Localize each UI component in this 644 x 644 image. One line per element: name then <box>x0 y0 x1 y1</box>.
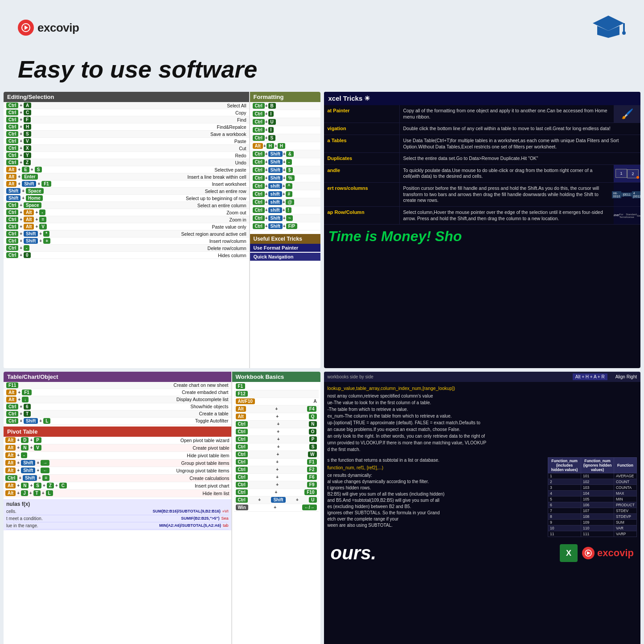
action: Create embaded chart <box>182 390 228 395</box>
quick-navigation-item[interactable]: Quick Navigation <box>250 253 320 261</box>
table-row: 4104MAX <box>548 491 637 496</box>
action: Group pivot table items <box>181 460 230 466</box>
key-amp: & <box>286 151 294 157</box>
shortcut-row: Ctrl + F Find <box>4 116 249 123</box>
action-linebreak: Insert a line break within cell <box>188 174 246 180</box>
action-selbeginrow: Select up to beginning of row <box>186 196 246 201</box>
workbook-shortcuts: F1 F12 Alt/F10 A Alt + F4 Alt + Q <box>232 382 320 513</box>
key-shift: shift <box>268 183 282 189</box>
key-alt: Alt <box>24 217 34 222</box>
wb-row: Ctrl + F1 <box>234 459 319 466</box>
trick-desc: Select the entire data set.Go to Data>Re… <box>400 153 641 164</box>
fmt-row: Ctrl + Shift + & <box>250 150 320 158</box>
shortcut-keys: Ctrl + Alt + V <box>6 224 47 230</box>
key-ctrl: Ctrl <box>253 191 265 197</box>
trick-name: ap Row/Column <box>324 207 400 224</box>
shortcut-keys: Ctrl + - <box>6 245 29 251</box>
key-ctrl: Ctrl <box>6 411 18 417</box>
shortcut-row: Shift + Home Select up to beginning of r… <box>4 195 249 202</box>
shortcut-keys: Ctrl + Shift + * <box>6 231 49 237</box>
key-shift: shift <box>268 191 282 197</box>
key-ctrl: Ctrl <box>236 421 248 427</box>
shortcut-row: Ctrl + Alt + V Paste value only <box>4 223 249 230</box>
shortcut-row: Ctrl + 6 Show/hide objects <box>4 403 231 410</box>
action-pastevalonly: Paste value only <box>212 224 246 230</box>
shortcut-keys: Ctrl + A <box>6 103 31 108</box>
key-t: T <box>24 411 31 417</box>
action-undo: Undo <box>235 160 246 165</box>
pivot-row: Alt + D + P Open pivot table wizard <box>4 437 231 444</box>
key-ctrl: Ctrl <box>6 138 18 144</box>
action: Hide item list <box>202 491 229 496</box>
vlookup-line: d the first match. <box>328 446 637 453</box>
shortcut-row: Alt + Shift + F1 Insert worksheet <box>4 180 249 188</box>
key-alt: Alt <box>24 209 34 215</box>
key-q: Q <box>309 414 317 419</box>
key-ctrl: Ctrl <box>253 167 265 173</box>
fmt-row: Ctrl + S <box>250 134 320 142</box>
wb-row: Ctrl + F6 <box>234 474 319 481</box>
action: Show/hide objects <box>190 404 228 409</box>
formatting-section: Formatting Ctrl + B Ctrl + I Ctrl + U Ct… <box>249 92 320 368</box>
fmt-row: Ctrl + I <box>250 110 320 118</box>
key-ctrl: Ctrl <box>6 418 18 424</box>
trick-image: 🖌️ <box>614 105 640 123</box>
logo-icon <box>18 20 34 36</box>
action-save: Save a workbook <box>210 131 246 137</box>
key-eq: = <box>42 475 49 481</box>
key-alt: Alt <box>236 406 246 412</box>
key-ctrl: Ctrl <box>6 231 18 237</box>
key-ctrl: Ctrl <box>253 151 265 157</box>
pivot-row: Alt + Shift + → Group pivot table items <box>4 459 231 467</box>
action-insertws: Insert worksheet <box>212 181 246 187</box>
vlookup-line: an only look to the right. In other word… <box>328 433 637 439</box>
key-excl: ! <box>286 207 291 213</box>
shortcut-keys: Shift + Space <box>6 188 44 194</box>
tricks-title: xcel Tricks ☀ <box>328 94 370 103</box>
key-z: Z <box>47 483 54 488</box>
key-ctrl: Ctrl <box>253 111 265 117</box>
shortcut-keys: Alt + Shift + ← <box>5 468 49 473</box>
action: Hide pivot table item <box>187 453 229 458</box>
action-redo: Redo <box>235 153 246 158</box>
wb-row: Ctrl + F10 <box>234 489 319 496</box>
trick-row: ert rows/columns Position cursor before … <box>324 183 641 207</box>
wb-row: Ctrl + Shift + U <box>234 496 319 504</box>
shortcut-row: Ctrl + A Select All <box>4 102 249 109</box>
subtotal-point: etch over the complete range if your <box>328 516 545 522</box>
key-shift: Shift <box>268 151 283 157</box>
vlookup-line: up-[optional] TRUE = approximate (defaul… <box>328 419 637 426</box>
key-alt: Alt/F10 <box>236 398 255 404</box>
key-l: L <box>43 418 50 424</box>
key-shift: shift <box>268 199 282 205</box>
bottom-logos: X excovip <box>560 544 634 562</box>
use-format-painter-item[interactable]: Use Format Painter <box>250 244 320 252</box>
fmt-row: Ctrl + Shift + ~ <box>250 214 320 222</box>
action-selcol: Select an entire column <box>197 203 246 208</box>
fmt-row: Ctrl + shift + # <box>250 190 320 198</box>
trick-row: Duplicates Select the entire data set.Go… <box>324 153 641 165</box>
key-h: H <box>24 124 31 130</box>
trick-desc: Position cursor before the fill handle a… <box>400 183 614 206</box>
pivot-row: Alt + J + T + L Hide item list <box>4 490 231 497</box>
wb-row: Ctrl + F9 <box>234 481 319 489</box>
ours-bar: ours. X excovip <box>324 539 641 567</box>
wb-row: Ctrl + W <box>234 451 319 459</box>
wb-row: F1 <box>234 383 319 390</box>
key-shift: Shift <box>268 175 283 181</box>
shortcut-row: Ctrl + Shift + * Select region around ac… <box>4 230 249 238</box>
key-u: U <box>309 497 316 503</box>
subtotal-point: al value changes dynamically according t… <box>328 479 545 485</box>
shortcut-keys: Shift + Home <box>6 195 43 201</box>
key-shift: Shift <box>22 181 36 187</box>
action: Create chart on new sheet <box>173 382 228 388</box>
shortcut-row: Ctrl + S Save a workbook <box>4 131 249 138</box>
key-f4: F4 <box>307 406 317 412</box>
trick-row: vigation Double click the bottom line of… <box>324 123 641 135</box>
useful-header: Useful Excel Tricks <box>250 234 320 244</box>
key-ctrl: Ctrl <box>6 404 18 410</box>
shortcut-row: Alt + ↓ Display Autocomplete list <box>4 396 231 403</box>
key-ctrl: Ctrl <box>253 103 265 109</box>
subtotal-point: es (excluding hidden) between B2 and B5. <box>328 504 545 510</box>
key-c: C <box>24 110 31 115</box>
